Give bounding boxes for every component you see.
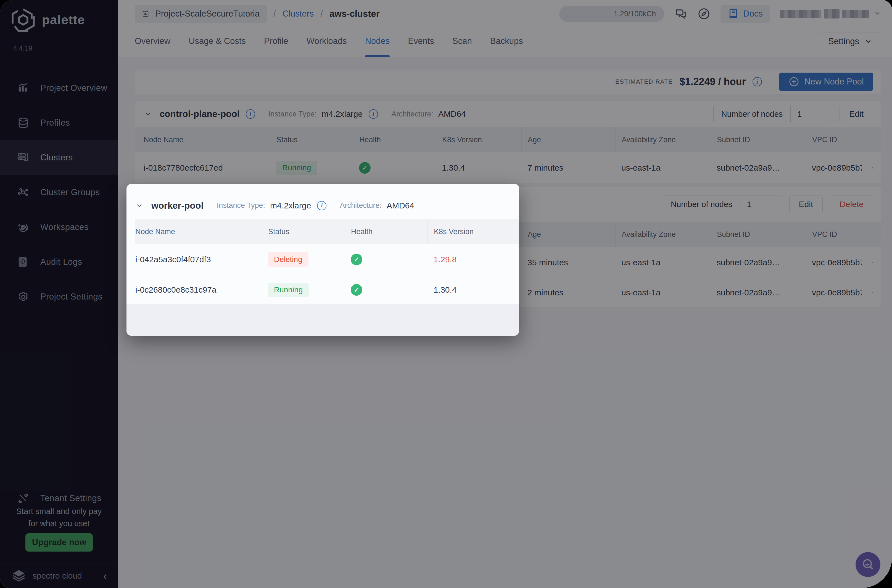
- pool-name: worker-pool: [151, 200, 204, 211]
- col-status: Status: [262, 219, 345, 244]
- architecture-label: Architecture:: [340, 201, 381, 210]
- architecture-value: AMD64: [387, 201, 414, 210]
- health-check-icon: ✓: [351, 254, 362, 265]
- k8s-version: 1.29.8: [428, 255, 513, 264]
- worker-pool-header: worker-pool Instance Type: m4.2xlarge i …: [135, 192, 519, 219]
- col-k8s-version: K8s Version: [428, 219, 513, 244]
- status-badge: Running: [268, 283, 309, 297]
- instance-type-info-icon[interactable]: i: [317, 201, 326, 210]
- spotlight-card-footer: [126, 304, 519, 336]
- table-row: i-042a5a3c0f4f07df3 Deleting ✓ 1.29.8: [135, 244, 519, 275]
- instance-type-value: m4.2xlarge: [270, 201, 311, 210]
- app-window: palette 4.4.19 Project Overview Profiles: [0, 0, 892, 588]
- worker-table-header: Node Name Status Health K8s Version: [135, 219, 519, 244]
- status-badge: Deleting: [268, 252, 308, 267]
- instance-type-label: Instance Type:: [217, 201, 265, 210]
- chevron-down-icon[interactable]: [135, 201, 144, 210]
- health-check-icon: ✓: [351, 284, 362, 296]
- node-name: i-042a5a3c0f4f07df3: [135, 255, 262, 264]
- table-row: i-0c2680c0e8c31c97a Running ✓ 1.30.4: [135, 275, 519, 304]
- col-health: Health: [345, 219, 428, 244]
- col-node-name: Node Name: [135, 219, 262, 244]
- node-name: i-0c2680c0e8c31c97a: [135, 285, 262, 294]
- k8s-version: 1.30.4: [428, 285, 513, 294]
- worker-pool-spotlight-card: worker-pool Instance Type: m4.2xlarge i …: [126, 184, 519, 336]
